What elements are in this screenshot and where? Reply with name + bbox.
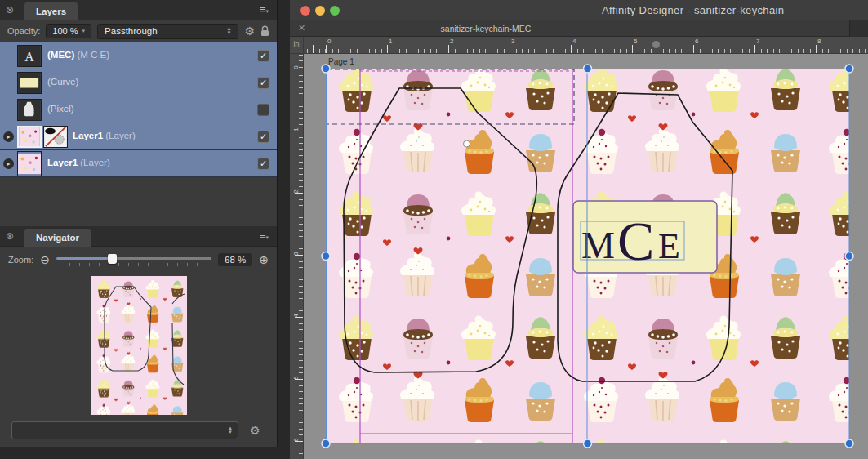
panel-menu-icon[interactable]: ≡▾ [260, 230, 269, 242]
ruler-number: 1 [292, 125, 300, 135]
layer-row[interactable]: (Pixel) [0, 96, 277, 123]
selection-handle[interactable] [322, 252, 330, 261]
panel-close-icon[interactable]: ⊗ [6, 4, 14, 16]
zoom-in-icon[interactable]: ⊕ [259, 253, 269, 266]
svg-text:A: A [24, 50, 34, 64]
horizontal-ruler[interactable]: 012345678 [304, 37, 868, 54]
ruler-number: 8 [817, 38, 821, 45]
zoom-slider-ticks [60, 263, 208, 266]
ruler-number: 4 [292, 311, 300, 321]
monogram-letter-m: M [581, 225, 615, 266]
navigator-preview[interactable] [91, 276, 187, 415]
preset-select[interactable]: ▲▼ [11, 421, 238, 439]
monogram-letter-c: C [617, 210, 654, 272]
layer-name: (Pixel) [47, 104, 74, 114]
zoom-slider-track[interactable] [56, 257, 211, 260]
zoom-out-icon[interactable]: ⊖ [40, 253, 50, 266]
chevron-down-icon: ▾ [82, 28, 86, 34]
ruler-unit[interactable]: in [290, 37, 304, 54]
zoom-row: Zoom: ⊖ 68 % ⊕ [0, 247, 277, 273]
gear-icon[interactable]: ⚙ [244, 25, 255, 38]
layer-thumbnail[interactable] [17, 72, 42, 94]
ruler-number: 4 [572, 38, 576, 45]
titlebar[interactable]: Affinity Designer - sanitizer-keychain [290, 0, 868, 20]
layer-thumbnail[interactable] [17, 126, 42, 148]
zoom-slider[interactable] [56, 253, 211, 266]
layer-visibility-checkbox[interactable]: ✓ [257, 77, 269, 89]
tab-navigator[interactable]: Navigator [24, 229, 91, 247]
close-tab-icon[interactable]: ✕ [298, 23, 305, 33]
zoom-value[interactable]: 68 % [218, 253, 252, 266]
layer-row[interactable]: ▸Layer1 (Layer)✓ [0, 150, 277, 177]
selection-handle[interactable] [584, 65, 592, 73]
layer-row[interactable]: (Curve)✓ [0, 69, 277, 96]
layer-name: (MEC) (M C E) [47, 50, 109, 60]
document-window: Affinity Designer - sanitizer-keychain ✕… [290, 0, 868, 459]
window-title: Affinity Designer - sanitizer-keychain [602, 4, 784, 16]
layer-row[interactable]: A(MEC) (M C E)✓ [0, 42, 277, 69]
layers-options-row: Opacity: 100 % ▾ Passthrough ▲▼ ⚙ [0, 20, 277, 42]
tab-layers-label: Layers [36, 7, 66, 16]
vertical-ruler[interactable]: 0123456 [290, 54, 304, 459]
expand-arrow-icon[interactable]: ▸ [3, 158, 14, 169]
ruler-number: 3 [292, 249, 300, 259]
layer-thumbnail[interactable] [43, 126, 68, 148]
ruler-number: 0 [327, 38, 331, 45]
close-window-icon[interactable] [300, 6, 310, 16]
ruler-number: 5 [634, 38, 637, 45]
opacity-label: Opacity: [7, 26, 40, 36]
layer-name: Layer1 (Layer) [47, 158, 110, 167]
stepper-icon: ▲▼ [228, 426, 233, 434]
stepper-icon: ▲▼ [226, 27, 231, 35]
zoom-label: Zoom: [8, 255, 33, 265]
navigator-panel-tabbar: ⊗ Navigator ≡▾ [0, 226, 277, 247]
document-tab-label: sanitizer-keychain-MEC [396, 24, 576, 33]
lock-icon[interactable] [260, 25, 269, 37]
layer-visibility-checkbox[interactable] [257, 104, 269, 116]
selection-handle[interactable] [322, 65, 330, 73]
ruler-number: 2 [450, 38, 453, 45]
expand-arrow-icon[interactable]: ▸ [3, 131, 14, 142]
minimize-window-icon[interactable] [315, 6, 325, 16]
layer-thumbnail[interactable] [17, 151, 42, 176]
ruler-number: 6 [292, 435, 300, 445]
ruler-number: 1 [389, 38, 392, 45]
selection-handle[interactable] [584, 439, 592, 448]
ruler-number: 7 [756, 38, 759, 45]
document-tab[interactable]: ✕ sanitizer-keychain-MEC [290, 20, 850, 37]
ruler-number: 6 [695, 38, 698, 45]
layer-visibility-checkbox[interactable]: ✓ [257, 50, 269, 62]
layer-thumbnail[interactable] [17, 99, 42, 121]
layers-panel-tabbar: ⊗ Layers ≡▾ [0, 0, 277, 20]
selection-handle[interactable] [845, 439, 853, 448]
opacity-value[interactable]: 100 % ▾ [46, 24, 91, 38]
document-tabbar: ✕ sanitizer-keychain-MEC [290, 20, 868, 37]
layer-visibility-checkbox[interactable]: ✓ [257, 158, 269, 170]
selection-handle[interactable] [845, 65, 853, 73]
blend-mode-select[interactable]: Passthrough ▲▼ [97, 24, 238, 39]
page-label: Page 1 [328, 57, 354, 66]
layer-name: Layer1 (Layer) [73, 131, 136, 140]
layer-name: (Curve) [47, 77, 78, 87]
opacity-value-text: 100 % [52, 26, 78, 36]
layer-row[interactable]: ▸Layer1 (Layer)✓ [0, 123, 277, 150]
gear-icon[interactable]: ⚙ [250, 424, 260, 437]
layer-thumbnail[interactable]: A [17, 45, 42, 67]
zoom-slider-thumb[interactable] [108, 254, 117, 264]
panel-close-icon[interactable]: ⊗ [6, 230, 14, 242]
ruler-marker-dot [652, 41, 660, 48]
zoom-window-icon[interactable] [330, 6, 340, 16]
ruler-number: 2 [292, 187, 300, 197]
layer-visibility-checkbox[interactable]: ✓ [257, 131, 269, 143]
tab-layers[interactable]: Layers [24, 2, 78, 20]
monogram-letter-e: E [658, 226, 680, 266]
ruler-number: 0 [292, 63, 300, 73]
path-node[interactable] [464, 140, 470, 147]
layers-list: A(MEC) (M C E)✓(Curve)✓(Pixel)▸Layer1 (L… [0, 42, 277, 177]
left-panel-group: ⊗ Layers ≡▾ Opacity: 100 % ▾ Passthrough… [0, 0, 278, 447]
selection-handle[interactable] [845, 252, 853, 261]
monogram-plate[interactable]: M C E [573, 201, 717, 273]
panel-menu-icon[interactable]: ≡▾ [260, 3, 269, 16]
selection-handle[interactable] [322, 439, 330, 448]
canvas-viewport[interactable]: Page 1 M [304, 54, 868, 459]
